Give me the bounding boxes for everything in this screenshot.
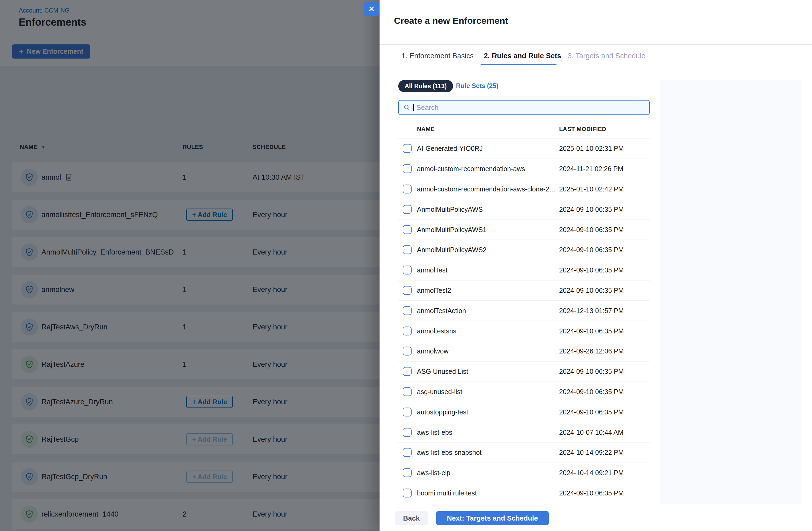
modal-title-divider (379, 44, 812, 45)
rule-checkbox[interactable] (403, 225, 411, 234)
tab-rules-and-rule-sets[interactable]: 2. Rules and Rule Sets (484, 52, 561, 60)
rule-checkbox[interactable] (403, 428, 411, 436)
next-targets-schedule-button[interactable]: Next: Targets and Schedule (436, 511, 549, 525)
tab-enforcement-basics[interactable]: 1. Enforcement Basics (402, 52, 474, 60)
close-icon[interactable]: ✕ (364, 2, 379, 16)
rule-checkbox[interactable] (403, 144, 411, 153)
rule-checkbox[interactable] (403, 327, 411, 335)
rule-row[interactable]: anmolTestAction 2024-12-13 01:57 PM (398, 301, 650, 321)
rule-row[interactable]: AnmolMultiPolicyAWS2 2024-09-10 06:35 PM (398, 240, 650, 260)
rule-row[interactable]: anmoltestsns 2024-09-10 06:35 PM (398, 321, 650, 341)
selection-preview-panel (660, 80, 802, 504)
rule-last-modified: 2025-01-10 02:42 PM (559, 185, 624, 193)
rule-row[interactable]: anmolTest 2024-09-10 06:35 PM (398, 260, 650, 281)
rule-row[interactable]: AnmolMultiPolicyAWS1 2024-09-10 06:35 PM (398, 219, 650, 240)
rule-last-modified: 2024-10-14 09:22 PM (559, 449, 624, 456)
rule-last-modified: 2024-09-10 06:35 PM (559, 388, 624, 396)
rule-name: aws-list-eip (417, 469, 450, 477)
rule-last-modified: 2024-09-10 06:35 PM (559, 226, 624, 233)
tabs-divider (379, 65, 812, 65)
active-tab-underline (481, 63, 556, 65)
rule-checkbox[interactable] (403, 407, 411, 416)
rule-name: anmol-custom-recommendation-aws-clone-23… (417, 185, 556, 193)
rule-row[interactable]: aws-list-eip 2024-10-14 09:21 PM (398, 463, 650, 483)
rules-column-header-last-modified: LAST MODIFIED (559, 126, 606, 133)
rule-last-modified: 2024-09-10 06:35 PM (559, 408, 624, 416)
rule-row[interactable]: anmol-custom-recommendation-aws 2024-11-… (398, 159, 650, 179)
rule-row[interactable]: aws-list-ebs-snapshot 2024-10-14 09:22 P… (398, 443, 650, 463)
rule-last-modified: 2024-09-10 06:35 PM (559, 327, 624, 335)
rule-last-modified: 2024-11-21 02:26 PM (559, 165, 623, 173)
rule-checkbox[interactable] (403, 205, 411, 214)
rule-checkbox[interactable] (403, 387, 411, 396)
rule-checkbox[interactable] (403, 448, 411, 457)
rule-name: anmolwow (417, 347, 449, 355)
rule-last-modified: 2024-09-10 06:35 PM (559, 205, 624, 213)
rule-last-modified: 2024-09-10 06:35 PM (559, 489, 624, 497)
rule-name: AI-Generated-YIO0RJ (417, 145, 483, 153)
search-placeholder: Search (417, 103, 438, 112)
rule-last-modified: 2024-10-07 10:44 AM (559, 428, 623, 436)
rule-checkbox[interactable] (403, 266, 411, 275)
rule-name: anmolTest (417, 266, 447, 274)
rule-name: anmoltestsns (417, 327, 456, 335)
rules-column-header-name: NAME (417, 126, 435, 133)
modal-title: Create a new Enforcement (394, 15, 508, 26)
rule-row[interactable]: ASG Unused List 2024-09-10 06:35 PM (398, 361, 650, 382)
rule-checkbox[interactable] (403, 367, 411, 376)
rule-last-modified: 2024-09-10 06:35 PM (559, 368, 624, 375)
rule-name: anmolTest2 (417, 286, 451, 294)
rule-row[interactable]: asg-unused-list 2024-09-10 06:35 PM (398, 382, 650, 402)
rule-row[interactable]: AnmolMultiPolicyAWS 2024-09-10 06:35 PM (398, 199, 650, 219)
rule-row[interactable]: autostopping-test 2024-09-10 06:35 PM (398, 402, 650, 422)
rule-name: autostopping-test (417, 408, 468, 416)
rule-last-modified: 2024-09-10 06:35 PM (559, 286, 624, 294)
filter-rule-sets[interactable]: Rule Sets (25) (454, 82, 500, 90)
rules-table-body: AI-Generated-YIO0RJ 2025-01-10 02:31 PM … (398, 138, 650, 503)
rule-checkbox[interactable] (403, 347, 411, 356)
rule-last-modified: 2024-09-10 06:35 PM (559, 266, 624, 274)
rule-row[interactable]: aws-list-ebs 2024-10-07 10:44 AM (398, 422, 650, 443)
search-input[interactable]: Search (398, 100, 650, 115)
filter-all-rules[interactable]: All Rules (113) (398, 80, 453, 92)
rule-checkbox[interactable] (403, 185, 411, 193)
rule-last-modified: 2024-09-26 12:06 PM (559, 347, 624, 355)
rule-name: anmolTestAction (417, 307, 466, 314)
rule-row[interactable]: boomi multi rule test 2024-09-10 06:35 P… (398, 483, 650, 503)
rule-name: AnmolMultiPolicyAWS2 (417, 246, 487, 254)
rule-last-modified: 2024-12-13 01:57 PM (559, 307, 624, 314)
rule-row[interactable]: anmol-custom-recommendation-aws-clone-23… (398, 179, 650, 199)
rule-name: anmol-custom-recommendation-aws (417, 165, 525, 173)
rule-checkbox[interactable] (403, 469, 411, 477)
back-button[interactable]: Back (395, 511, 427, 525)
rule-last-modified: 2025-01-10 02:31 PM (559, 145, 624, 153)
tab-targets-and-schedule[interactable]: 3. Targets and Schedule (568, 52, 646, 60)
rule-checkbox[interactable] (403, 245, 411, 254)
text-caret (413, 104, 414, 111)
rule-last-modified: 2024-10-14 09:21 PM (559, 469, 624, 477)
search-icon (403, 104, 410, 111)
rule-name: aws-list-ebs-snapshot (417, 449, 482, 456)
rule-checkbox[interactable] (403, 488, 411, 497)
rule-name: aws-list-ebs (417, 428, 452, 436)
rule-name: boomi multi rule test (417, 489, 477, 497)
rule-row[interactable]: anmolwow 2024-09-26 12:06 PM (398, 341, 650, 361)
rule-last-modified: 2024-09-10 06:35 PM (559, 246, 624, 254)
create-enforcement-modal: Create a new Enforcement 1. Enforcement … (379, 0, 812, 531)
rule-name: AnmolMultiPolicyAWS (417, 205, 483, 213)
rule-name: ASG Unused List (417, 368, 468, 375)
rule-name: asg-unused-list (417, 388, 462, 396)
rule-row[interactable]: AI-Generated-YIO0RJ 2025-01-10 02:31 PM (398, 138, 650, 159)
rule-checkbox[interactable] (403, 286, 411, 295)
rule-checkbox[interactable] (403, 164, 411, 173)
rule-row[interactable]: anmolTest2 2024-09-10 06:35 PM (398, 281, 650, 301)
rule-checkbox[interactable] (403, 306, 411, 315)
rule-name: AnmolMultiPolicyAWS1 (417, 226, 487, 233)
